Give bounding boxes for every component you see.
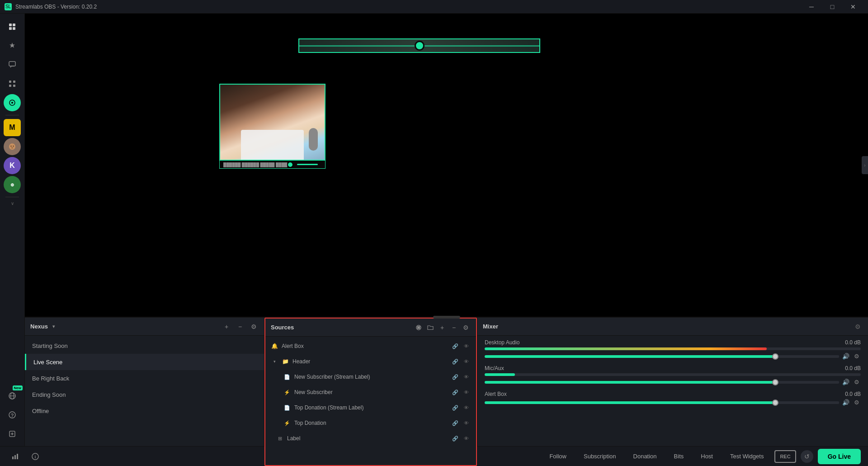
svg-point-11 xyxy=(9,143,15,150)
sources-record-button[interactable] xyxy=(414,323,424,333)
desktop-vu-meter xyxy=(485,347,861,350)
mic-volume-slider[interactable] xyxy=(485,381,839,384)
sidebar-item-scenes[interactable] xyxy=(4,18,21,35)
tab-subscription[interactable]: Subscription xyxy=(577,450,623,463)
maximize-button[interactable]: □ xyxy=(822,0,843,14)
header-folder-icon: 📁 xyxy=(282,358,289,365)
source-actions-top-donation-label: 🔗 👁 xyxy=(451,403,471,412)
sources-add-button[interactable]: + xyxy=(437,323,447,333)
alert-box-eye-btn[interactable]: 👁 xyxy=(462,342,471,351)
new-sub-label-eye-btn[interactable]: 👁 xyxy=(462,372,471,381)
mixer-track-alert-box: Alert Box 0.0 dB 🔊 ⚙ xyxy=(485,391,861,406)
source-item-label[interactable]: ⊞ Label 🔗 👁 xyxy=(265,431,476,446)
scenes-title-label: Nexus xyxy=(30,323,48,330)
collapse-arrow[interactable]: › xyxy=(862,156,868,174)
scenes-panel-header: Nexus ▾ + − ⚙ xyxy=(25,318,264,336)
tab-follow[interactable]: Follow xyxy=(543,450,573,463)
mixer-settings-button[interactable]: ⚙ xyxy=(853,322,863,332)
svg-rect-8 xyxy=(13,85,15,87)
tab-donation[interactable]: Donation xyxy=(627,450,663,463)
stats-button[interactable] xyxy=(7,450,24,463)
alert-volume-slider[interactable] xyxy=(485,401,839,404)
scenes-panel-controls: + − ⚙ xyxy=(222,322,259,332)
new-sub-eye-btn[interactable]: 👁 xyxy=(462,388,471,397)
scenes-dropdown-arrow[interactable]: ▾ xyxy=(52,324,55,329)
new-sub-link-btn[interactable]: 🔗 xyxy=(451,388,460,397)
sidebar-item-music[interactable] xyxy=(4,94,21,111)
reset-button[interactable]: ↺ xyxy=(801,450,813,463)
sidebar-item-platform[interactable]: New xyxy=(4,387,21,404)
mic-aux-controls: 🔊 ⚙ xyxy=(485,379,861,385)
resize-handle[interactable] xyxy=(433,316,460,319)
sidebar-item-app-cat[interactable] xyxy=(4,138,21,155)
tab-bits[interactable]: Bits xyxy=(668,450,690,463)
window-controls[interactable]: ─ □ ✕ xyxy=(801,0,863,14)
camera-label: ██████ ██████ █████ ████ xyxy=(223,162,287,167)
desktop-audio-settings-btn[interactable]: ⚙ xyxy=(853,353,861,360)
top-donation-label-eye-btn[interactable]: 👁 xyxy=(462,403,471,412)
sidebar-item-dashboard[interactable] xyxy=(4,75,21,92)
go-live-button[interactable]: Go Live xyxy=(818,449,861,464)
sidebar-item-app-multi[interactable]: ⊕ xyxy=(4,176,21,193)
scene-settings-button[interactable]: ⚙ xyxy=(249,322,259,332)
scene-item-starting-soon[interactable]: Starting Soon xyxy=(25,338,264,354)
mixer-panel-controls: ⚙ xyxy=(853,322,863,332)
sidebar-item-app-k[interactable]: K xyxy=(4,157,21,174)
top-donation-label-link-btn[interactable]: 🔗 xyxy=(451,403,460,412)
desktop-volume-knob[interactable] xyxy=(772,353,778,360)
scene-item-be-right-back[interactable]: Be Right Back xyxy=(25,370,264,386)
label-eye-btn[interactable]: 👁 xyxy=(462,434,471,443)
source-item-new-sub-label[interactable]: 📄 New Subscriber (Stream Label) 🔗 👁 xyxy=(265,369,476,385)
svg-rect-0 xyxy=(9,24,12,26)
new-sub-label-link-btn[interactable]: 🔗 xyxy=(451,372,460,381)
scene-item-ending-soon[interactable]: Ending Soon xyxy=(25,386,264,403)
rec-button[interactable]: REC xyxy=(774,450,796,463)
scene-remove-button[interactable]: − xyxy=(235,322,245,332)
alert-box-track-controls: 🔊 ⚙ xyxy=(485,399,861,406)
sources-folder-button[interactable] xyxy=(425,323,435,333)
test-widgets-button[interactable]: Test Widgets xyxy=(724,450,770,463)
sources-remove-button[interactable]: − xyxy=(449,323,459,333)
svg-point-10 xyxy=(11,102,13,104)
top-donation-text: Top Donation xyxy=(294,420,447,426)
scene-add-button[interactable]: + xyxy=(222,322,231,332)
sidebar-chevron[interactable]: ∨ xyxy=(11,201,14,206)
svg-rect-7 xyxy=(9,85,11,87)
svg-point-12 xyxy=(10,146,11,147)
tab-host[interactable]: Host xyxy=(694,450,719,463)
info-button[interactable]: i xyxy=(27,450,43,463)
sources-settings-button[interactable]: ⚙ xyxy=(461,323,471,333)
source-item-new-subscriber[interactable]: ⚡ New Subscriber 🔗 👁 xyxy=(265,385,476,400)
desktop-audio-controls: 🔊 ⚙ xyxy=(485,353,861,360)
alert-box-settings-btn[interactable]: ⚙ xyxy=(853,399,861,406)
header-eye-btn[interactable]: 👁 xyxy=(462,357,471,366)
alert-box-mute-btn[interactable]: 🔊 xyxy=(842,399,850,406)
scene-item-live-scene[interactable]: Live Scene xyxy=(25,354,264,370)
alert-volume-knob[interactable] xyxy=(772,399,778,406)
scene-item-offline[interactable]: Offline xyxy=(25,403,264,419)
alert-box-link-btn[interactable]: 🔗 xyxy=(451,342,460,351)
desktop-audio-mute-btn[interactable]: 🔊 xyxy=(842,353,850,360)
desktop-volume-slider[interactable] xyxy=(485,355,839,358)
sidebar-item-chat[interactable] xyxy=(4,56,21,73)
mic-aux-mute-btn[interactable]: 🔊 xyxy=(842,379,850,385)
source-item-header[interactable]: ▾ 📁 Header 🔗 👁 xyxy=(265,354,476,369)
top-donation-eye-btn[interactable]: 👁 xyxy=(462,418,471,428)
desktop-audio-db: 0.0 dB xyxy=(845,339,861,346)
label-link-btn[interactable]: 🔗 xyxy=(451,434,460,443)
mic-aux-settings-btn[interactable]: ⚙ xyxy=(853,379,861,385)
sidebar-item-addons[interactable] xyxy=(4,425,21,442)
minimize-button[interactable]: ─ xyxy=(801,0,822,14)
mic-volume-knob[interactable] xyxy=(772,379,778,385)
top-donation-link-btn[interactable]: 🔗 xyxy=(451,418,460,428)
sidebar-item-app-m[interactable]: M xyxy=(4,119,21,136)
sidebar-item-help[interactable]: ? xyxy=(4,406,21,423)
source-item-top-donation-label[interactable]: 📄 Top Donation (Stream Label) 🔗 👁 xyxy=(265,400,476,415)
source-item-alert-box[interactable]: 🔔 Alert Box 🔗 👁 xyxy=(265,338,476,354)
source-item-top-donation[interactable]: ⚡ Top Donation 🔗 👁 xyxy=(265,415,476,431)
desktop-audio-name: Desktop Audio xyxy=(485,339,519,346)
close-button[interactable]: ✕ xyxy=(843,0,863,14)
svg-text:i: i xyxy=(35,455,36,459)
header-link-btn[interactable]: 🔗 xyxy=(451,357,460,366)
sidebar-item-themes[interactable] xyxy=(4,37,21,54)
